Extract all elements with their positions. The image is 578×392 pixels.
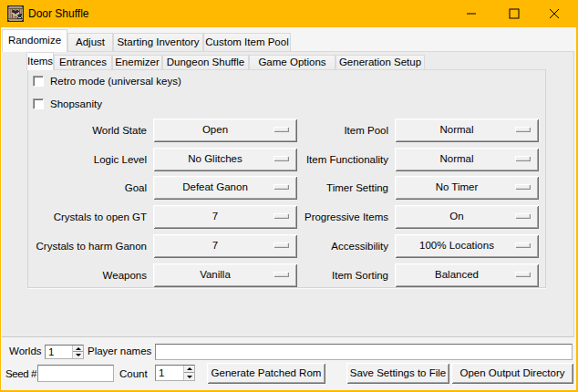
tab-generation-setup[interactable]: Generation Setup <box>335 55 425 69</box>
up-arrow-icon <box>76 347 81 350</box>
weapons-label: Weapons <box>1 263 147 287</box>
dropdown-value: On <box>395 205 519 229</box>
spinbox-value: 1 <box>48 346 54 358</box>
item-functionality-dropdown[interactable]: Normal <box>395 148 539 171</box>
save-settings-button[interactable]: Save Settings to File <box>346 363 449 384</box>
tab-starting-inventory[interactable]: Starting Inventory <box>113 33 203 51</box>
tab-randomize[interactable]: Randomize <box>2 29 67 52</box>
timer-setting-label: Timer Setting <box>243 176 388 200</box>
spin-up-button[interactable] <box>73 346 83 352</box>
shopsanity-checkbox[interactable] <box>33 98 44 109</box>
worlds-spinbox[interactable]: 1 <box>45 345 84 359</box>
item-sorting-label: Item Sorting <box>243 263 388 287</box>
count-label: Count <box>119 368 148 379</box>
tab-label: Randomize <box>3 30 67 51</box>
dropdown-value: 100% Locations <box>395 234 519 258</box>
spin-up-button[interactable] <box>184 366 194 373</box>
tab-label: Starting Inventory <box>114 34 202 51</box>
count-spinbox[interactable]: 1 <box>155 365 195 381</box>
app-window: Door Shuffle Randomize Adjust Starting I… <box>0 0 578 392</box>
spin-down-button[interactable] <box>73 352 83 358</box>
tab-entrances[interactable]: Entrances <box>54 55 112 69</box>
spinbox-value: 1 <box>159 366 164 380</box>
retro-mode-checkbox[interactable] <box>33 76 44 87</box>
item-sorting-dropdown[interactable]: Balanced <box>395 263 539 287</box>
logic-level-label: Logic Level <box>1 148 147 171</box>
crystals-gt-label: Crystals to open GT <box>1 205 147 229</box>
item-pool-dropdown[interactable]: Normal <box>395 119 539 142</box>
seed-input[interactable] <box>37 365 114 382</box>
crystals-ganon-label: Crystals to harm Ganon <box>1 234 147 258</box>
close-button[interactable] <box>533 0 575 27</box>
item-pool-label: Item Pool <box>243 119 388 142</box>
worlds-label: Worlds <box>9 346 42 356</box>
accessibility-label: Accessibility <box>243 234 388 258</box>
tab-items[interactable]: Items <box>26 52 54 70</box>
dropdown-indicator <box>515 242 530 247</box>
player-names-input[interactable] <box>155 344 573 360</box>
dropdown-indicator <box>515 156 530 160</box>
tab-enemizer[interactable]: Enemizer <box>112 55 162 69</box>
item-functionality-label: Item Functionality <box>243 148 388 171</box>
spin-down-button[interactable] <box>184 373 194 380</box>
dropdown-indicator <box>515 127 530 131</box>
maximize-button[interactable] <box>493 0 535 27</box>
maximize-icon <box>510 9 520 19</box>
retro-mode-label: Retro mode (universal keys) <box>50 76 181 87</box>
tab-label: Items <box>27 53 53 69</box>
worlds-spinner-arrows <box>72 346 83 358</box>
tab-dungeon-shuffle[interactable]: Dungeon Shuffle <box>162 55 249 69</box>
dropdown-indicator <box>515 184 530 189</box>
player-names-label: Player names <box>88 346 151 356</box>
timer-setting-dropdown[interactable]: No Timer <box>395 176 539 200</box>
down-arrow-icon <box>76 354 81 356</box>
window-title: Door Shuffle <box>28 0 89 27</box>
tab-adjust[interactable]: Adjust <box>67 33 113 51</box>
tab-game-options[interactable]: Game Options <box>249 55 335 69</box>
tab-label: Entrances <box>55 56 111 69</box>
generate-patched-rom-button[interactable]: Generate Patched Rom <box>207 363 325 384</box>
tab-label: Custom Item Pool <box>204 34 290 51</box>
world-state-label: World State <box>1 119 147 142</box>
up-arrow-icon <box>187 367 192 370</box>
tab-label: Adjust <box>68 34 112 51</box>
close-icon <box>550 9 560 19</box>
down-arrow-icon <box>187 376 192 378</box>
tab-label: Dungeon Shuffle <box>163 56 248 69</box>
dropdown-value: No Timer <box>395 176 519 200</box>
open-output-directory-button[interactable]: Open Output Directory <box>451 363 573 384</box>
dropdown-indicator <box>515 272 530 276</box>
dropdown-indicator <box>515 213 530 218</box>
minimize-icon <box>467 14 476 15</box>
shopsanity-label: Shopsanity <box>50 98 102 109</box>
titlebar[interactable]: Door Shuffle <box>0 0 578 27</box>
accessibility-dropdown[interactable]: 100% Locations <box>395 234 539 258</box>
seed-label: Seed # <box>5 368 36 379</box>
progressive-items-label: Progressive Items <box>243 205 388 229</box>
minimize-button[interactable] <box>450 0 492 27</box>
tab-label: Enemizer <box>113 56 161 69</box>
door-icon <box>7 5 24 22</box>
progressive-items-dropdown[interactable]: On <box>395 205 539 229</box>
tab-label: Game Options <box>250 56 335 69</box>
dropdown-value: Normal <box>395 119 519 142</box>
window-inner-edge-right <box>574 27 576 390</box>
dropdown-value: Normal <box>395 148 519 171</box>
count-spinner-arrows <box>183 366 194 380</box>
dropdown-value: Balanced <box>395 263 519 287</box>
goal-label: Goal <box>1 176 147 200</box>
window-inner-edge-bottom <box>1 389 576 390</box>
tab-custom-item-pool[interactable]: Custom Item Pool <box>203 33 291 51</box>
tab-label: Generation Setup <box>336 56 424 69</box>
